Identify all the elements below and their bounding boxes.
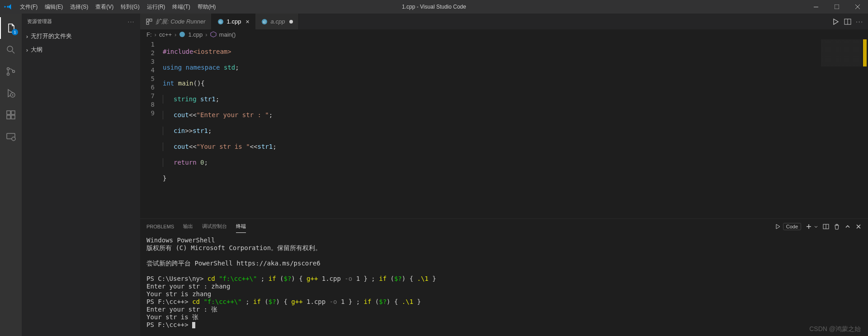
menu-edit[interactable]: 编辑(E)	[41, 0, 66, 14]
svg-rect-14	[150, 19, 152, 21]
sidebar-section-outline[interactable]: › 大纲	[22, 43, 140, 57]
sidebar-title: 资源管理器	[27, 18, 52, 25]
split-icon[interactable]	[844, 18, 851, 25]
breadcrumb-part[interactable]: main()	[219, 31, 236, 38]
extensions-icon[interactable]	[0, 104, 22, 126]
split-terminal-icon[interactable]	[823, 223, 829, 230]
panel-tabs: PROBLEMS 输出 调试控制台 终端 Code	[140, 219, 868, 234]
editor-area: 扩展: Code Runner C 1.cpp × C a.cpp ··· F:…	[140, 14, 868, 336]
svg-point-12	[12, 137, 15, 141]
overview-ruler[interactable]	[862, 39, 868, 218]
remote-icon[interactable]	[0, 126, 22, 147]
vscode-logo-icon	[4, 3, 12, 11]
cpp-file-icon	[179, 31, 185, 38]
breadcrumb-part[interactable]: cc++	[159, 31, 172, 38]
close-icon[interactable]: ×	[245, 18, 249, 25]
titlebar: 文件(F) 编辑(E) 选择(S) 查看(V) 转到(G) 运行(R) 终端(T…	[0, 0, 868, 14]
modified-dot-icon	[289, 20, 293, 24]
tab-acpp[interactable]: C a.cpp	[255, 14, 299, 29]
minimize-button[interactable]	[806, 0, 826, 14]
menu-bar: 文件(F) 编辑(E) 选择(S) 查看(V) 转到(G) 运行(R) 终端(T…	[16, 0, 219, 14]
close-button[interactable]	[847, 0, 868, 14]
tab-label: 扩展: Code Runner	[156, 18, 206, 26]
explorer-badge: 1	[12, 29, 18, 35]
panel-tab-terminal[interactable]: 终端	[236, 220, 246, 233]
svg-rect-1	[835, 5, 839, 9]
cpp-file-icon: C	[217, 18, 224, 25]
svg-point-4	[7, 73, 9, 76]
svg-point-22	[179, 32, 185, 37]
section-label: 无打开的文件夹	[31, 32, 72, 40]
menu-view[interactable]: 查看(V)	[92, 0, 117, 14]
search-icon[interactable]	[0, 39, 22, 61]
extension-tab-icon	[146, 18, 153, 25]
maximize-panel-icon[interactable]	[844, 223, 851, 230]
breadcrumb-part[interactable]: 1.cpp	[188, 31, 203, 38]
panel-tab-problems[interactable]: PROBLEMS	[146, 221, 174, 232]
code-editor[interactable]: 123 456 789 #include<iostream> using nam…	[140, 39, 868, 218]
svg-rect-9	[11, 115, 15, 119]
launch-profile[interactable]: Code	[775, 223, 801, 230]
svg-rect-8	[7, 115, 10, 119]
new-terminal-icon[interactable]	[806, 223, 818, 230]
cpp-file-icon: C	[261, 18, 268, 25]
main-area: 1 资源管理器 ··· › 无打开的文件夹	[0, 14, 868, 336]
more-icon[interactable]: ···	[128, 19, 135, 24]
editor-actions: ···	[828, 14, 868, 29]
terminal-content[interactable]: Windows PowerShell 版权所有 (C) Microsoft Co…	[140, 234, 868, 336]
minimap[interactable]	[821, 39, 862, 85]
line-gutter: 123 456 789	[140, 39, 163, 218]
terminal-cursor	[192, 322, 195, 328]
maximize-button[interactable]	[826, 0, 847, 14]
breadcrumb-part[interactable]: F:	[146, 31, 152, 38]
close-panel-icon[interactable]	[855, 223, 862, 230]
section-label: 大纲	[31, 46, 42, 54]
svg-point-2	[7, 46, 13, 52]
explorer-icon[interactable]: 1	[0, 17, 22, 39]
panel-tab-output[interactable]: 输出	[183, 220, 193, 232]
panel: PROBLEMS 输出 调试控制台 终端 Code Windows PowerS…	[140, 218, 868, 336]
svg-rect-15	[146, 22, 149, 24]
tab-1cpp[interactable]: C 1.cpp ×	[212, 14, 255, 29]
menu-help[interactable]: 帮助(H)	[194, 0, 220, 14]
menu-terminal[interactable]: 终端(T)	[169, 0, 193, 14]
more-icon[interactable]: ···	[856, 18, 863, 25]
svg-point-3	[7, 68, 9, 70]
svg-rect-7	[7, 111, 10, 114]
svg-point-5	[13, 71, 15, 73]
tab-extension[interactable]: 扩展: Code Runner	[140, 14, 212, 29]
menu-go[interactable]: 转到(G)	[117, 0, 143, 14]
source-control-icon[interactable]	[0, 61, 22, 82]
sidebar: 资源管理器 ··· › 无打开的文件夹 › 大纲	[22, 14, 140, 336]
activity-bar: 1	[0, 14, 22, 336]
panel-actions: Code	[775, 223, 862, 230]
chevron-right-icon: ›	[24, 47, 31, 53]
kill-terminal-icon[interactable]	[834, 223, 840, 230]
menu-selection[interactable]: 选择(S)	[66, 0, 92, 14]
breadcrumb[interactable]: F: › cc++ › 1.cpp › main()	[140, 29, 868, 39]
tab-label: a.cpp	[271, 18, 285, 25]
menu-file[interactable]: 文件(F)	[16, 0, 41, 14]
method-icon	[210, 31, 217, 38]
panel-tab-debugconsole[interactable]: 调试控制台	[202, 220, 227, 232]
code-content[interactable]: #include<iostream> using namespace std; …	[163, 39, 277, 218]
run-icon[interactable]	[832, 18, 840, 25]
svg-rect-13	[146, 19, 149, 21]
chevron-right-icon: ›	[155, 31, 156, 38]
chevron-right-icon: ›	[24, 33, 31, 40]
svg-text:C: C	[263, 20, 266, 24]
svg-text:C: C	[219, 20, 222, 24]
sidebar-section-nofolder[interactable]: › 无打开的文件夹	[22, 29, 140, 43]
chevron-right-icon: ›	[205, 31, 207, 38]
tab-label: 1.cpp	[227, 18, 241, 25]
window-title: 1.cpp - Visual Studio Code	[402, 4, 466, 10]
svg-rect-10	[11, 111, 15, 114]
sidebar-header: 资源管理器 ···	[22, 14, 140, 29]
menu-run[interactable]: 运行(R)	[143, 0, 169, 14]
watermark: CSDN @鸿蒙之始	[809, 325, 861, 333]
run-debug-icon[interactable]	[0, 82, 22, 104]
editor-tabs: 扩展: Code Runner C 1.cpp × C a.cpp ···	[140, 14, 868, 29]
svg-rect-0	[814, 7, 818, 7]
window-controls	[806, 0, 868, 14]
chevron-right-icon: ›	[175, 31, 176, 38]
